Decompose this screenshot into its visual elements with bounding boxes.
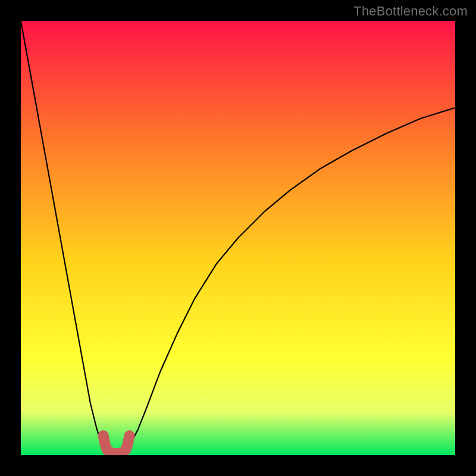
- watermark-text: TheBottleneck.com: [353, 4, 468, 19]
- chart-frame: TheBottleneck.com: [0, 0, 476, 476]
- chart-svg: [21, 21, 455, 455]
- plot-area: [21, 21, 455, 455]
